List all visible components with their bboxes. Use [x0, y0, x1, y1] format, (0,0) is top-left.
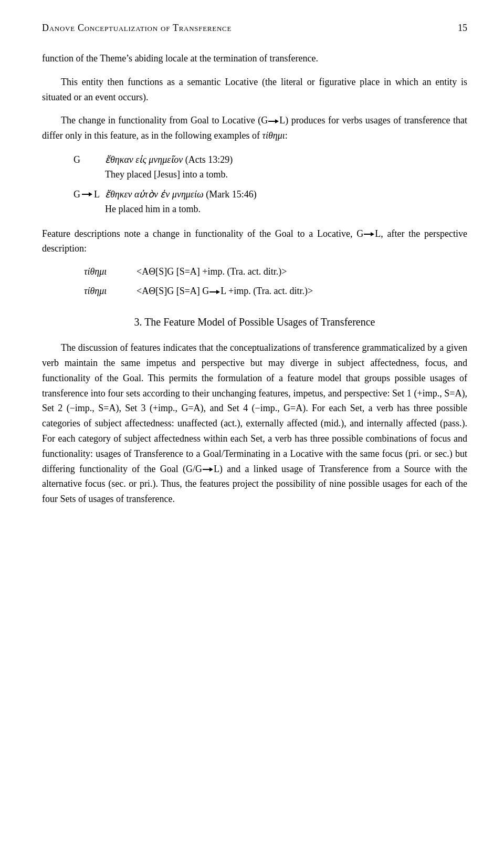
- page-header: Danove Conceptualization of Transference…: [42, 21, 467, 35]
- example-row-1: G ἔθηκαν εἰς μνημεῖον (Acts 13:29) They …: [74, 153, 467, 182]
- formula-row-2: τίθημι <AΘ[S]G [S=A] GL +imp. (Tra. act.…: [84, 284, 467, 298]
- formulas-block: τίθημι <AΘ[S]G [S=A] +imp. (Tra. act. di…: [84, 265, 467, 298]
- paragraph-1: function of the Theme’s abiding locale a…: [42, 51, 467, 66]
- greek-text-2: ἔθηκεν αὐτὸν ἐν μνημείω: [105, 189, 204, 200]
- svg-marker-9: [209, 467, 213, 472]
- example-row-2: GL ἔθηκεν αὐτὸν ἐν μνημείω (Mark 15:46) …: [74, 187, 467, 217]
- paragraph-3: The change in functionality from Goal to…: [42, 113, 467, 143]
- formula-content-2: <AΘ[S]G [S=A] GL +imp. (Tra. act. ditr.)…: [136, 284, 313, 298]
- example-line2-2: He placed him in a tomb.: [105, 202, 257, 217]
- example-content-2: ἔθηκεν αὐτὸν ἐν μνημείω (Mark 15:46) He …: [105, 187, 257, 217]
- greek-word-1: τίθημι: [262, 130, 285, 141]
- example-content-1: ἔθηκαν εἰς μνημεῖον (Acts 13:29) They pl…: [105, 153, 233, 182]
- svg-marker-5: [371, 232, 374, 236]
- paragraph-2: This entity then functions as a semantic…: [42, 75, 467, 105]
- formula-content-1: <AΘ[S]G [S=A] +imp. (Tra. act. ditr.)>: [136, 265, 287, 279]
- feature-paragraph: Feature descriptions note a change in fu…: [42, 226, 467, 257]
- formula-row-1: τίθημι <AΘ[S]G [S=A] +imp. (Tra. act. di…: [84, 265, 467, 279]
- ref-1: (Acts 13:29): [185, 154, 233, 165]
- greek-text-1: ἔθηκαν εἰς μνημεῖον: [105, 154, 183, 165]
- examples-block: G ἔθηκαν εἰς μνημεῖον (Acts 13:29) They …: [74, 153, 467, 217]
- ref-2: (Mark 15:46): [206, 189, 256, 200]
- page: Danove Conceptualization of Transference…: [0, 0, 504, 868]
- example-line1-1: ἔθηκαν εἰς μνημεῖον (Acts 13:29): [105, 153, 233, 168]
- svg-marker-1: [275, 119, 279, 123]
- example-label-2: GL: [74, 187, 105, 202]
- label-g-1: G: [74, 153, 80, 167]
- paragraph-1-text: function of the Theme’s abiding locale a…: [42, 53, 318, 64]
- example-label-1: G: [74, 153, 105, 167]
- header-title: Danove Conceptualization of Transference: [42, 21, 232, 35]
- section-heading: 3. The Feature Model of Possible Usages …: [42, 314, 467, 330]
- page-number: 15: [458, 21, 467, 35]
- formula-label-1: τίθημι: [84, 265, 126, 279]
- long-paragraph: The discussion of features indicates tha…: [42, 340, 467, 507]
- label-l-2: L: [94, 187, 100, 202]
- paragraph-2-text: This entity then functions as a semantic…: [42, 77, 467, 102]
- example-line2-1: They placed [Jesus] into a tomb.: [105, 168, 233, 182]
- svg-marker-3: [89, 192, 92, 196]
- formula-label-2: τίθημι: [84, 284, 126, 298]
- label-g-2: G: [74, 187, 80, 202]
- example-line1-2: ἔθηκεν αὐτὸν ἐν μνημείω (Mark 15:46): [105, 187, 257, 202]
- svg-marker-7: [216, 290, 220, 294]
